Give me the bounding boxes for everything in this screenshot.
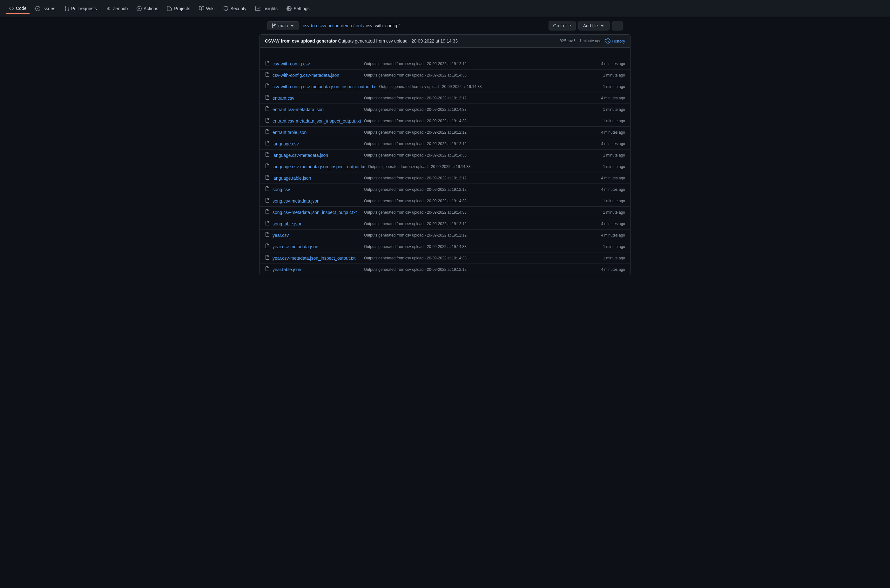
file-time: 4 minutes ago xyxy=(587,142,625,146)
file-table: .. csv-with-config.csv Outputs generated… xyxy=(260,48,630,275)
nav-code[interactable]: Code xyxy=(5,3,30,14)
file-name[interactable]: language.csv xyxy=(273,141,362,146)
history-icon xyxy=(605,38,611,44)
breadcrumb-repo[interactable]: csv-to-csvw-action-demo xyxy=(303,23,352,28)
nav-zenhub[interactable]: ✱ Zenhub xyxy=(102,3,132,14)
file-name[interactable]: year.csv xyxy=(273,233,362,238)
file-name[interactable]: csv-with-config.csv-metadata.json_inspec… xyxy=(273,84,377,89)
history-button[interactable]: History xyxy=(605,38,625,44)
file-commit: Outputs generated from csv upload - 20-0… xyxy=(364,233,584,237)
table-row[interactable]: entrant.csv Outputs generated from csv u… xyxy=(260,92,630,104)
file-icon xyxy=(265,152,270,158)
nav-issues[interactable]: Issues xyxy=(32,3,59,14)
nav-security[interactable]: Security xyxy=(219,3,250,14)
file-name[interactable]: entrant.csv xyxy=(273,96,362,100)
file-time: 4 minutes ago xyxy=(587,62,625,66)
table-row[interactable]: year.csv Outputs generated from csv uplo… xyxy=(260,230,630,241)
breadcrumb-sep-1: / xyxy=(353,23,354,28)
table-row[interactable]: language.csv-metadata.json_inspect_outpu… xyxy=(260,161,630,172)
breadcrumb-bar: main csv-to-csvw-action-demo / out / csv… xyxy=(260,17,630,34)
breadcrumb-out[interactable]: out xyxy=(356,23,362,28)
file-name[interactable]: language.csv-metadata.json xyxy=(273,153,362,158)
chevron-down-icon xyxy=(290,23,295,28)
table-row[interactable]: year.table.json Outputs generated from c… xyxy=(260,264,630,275)
file-icon xyxy=(265,72,270,78)
nav-wiki[interactable]: Wiki xyxy=(195,3,218,14)
breadcrumb-sep-3: / xyxy=(398,23,399,28)
nav-projects[interactable]: Projects xyxy=(163,3,194,14)
projects-icon xyxy=(167,6,172,11)
file-commit: Outputs generated from csv upload - 20-0… xyxy=(364,210,584,214)
file-commit: Outputs generated from csv upload - 20-0… xyxy=(379,84,584,89)
table-row[interactable]: csv-with-config.csv-metadata.json_inspec… xyxy=(260,81,630,92)
table-row[interactable]: csv-with-config.csv Outputs generated fr… xyxy=(260,58,630,69)
file-name[interactable]: year.csv-metadata.json xyxy=(273,244,362,249)
file-commit: Outputs generated from csv upload - 20-0… xyxy=(364,119,584,123)
file-icon xyxy=(265,198,270,204)
file-name[interactable]: entrant.csv-metadata.json_inspect_output… xyxy=(273,118,362,123)
commit-detail: Outputs generated from csv upload - 20-0… xyxy=(338,38,458,44)
table-row[interactable]: entrant.table.json Outputs generated fro… xyxy=(260,127,630,138)
table-row[interactable]: song.csv-metadata.json Outputs generated… xyxy=(260,195,630,207)
file-icon xyxy=(265,106,270,112)
file-time: 1 minute ago xyxy=(587,199,625,203)
file-time: 4 minutes ago xyxy=(587,267,625,272)
commit-right: 025eaa3 1 minute ago History xyxy=(560,38,625,44)
file-name[interactable]: song.csv-metadata.json_inspect_output.tx… xyxy=(273,210,362,215)
table-row[interactable]: language.csv Outputs generated from csv … xyxy=(260,138,630,150)
file-time: 1 minute ago xyxy=(587,119,625,123)
file-name[interactable]: song.csv xyxy=(273,187,362,192)
go-to-file-button[interactable]: Go to file xyxy=(549,21,576,30)
table-row[interactable]: entrant.csv-metadata.json Outputs genera… xyxy=(260,104,630,115)
table-row[interactable]: entrant.csv-metadata.json_inspect_output… xyxy=(260,115,630,127)
file-name[interactable]: song.csv-metadata.json xyxy=(273,198,362,204)
nav-insights[interactable]: Insights xyxy=(252,3,281,14)
file-icon xyxy=(265,141,270,147)
branch-name: main xyxy=(278,23,288,28)
table-row[interactable]: language.csv-metadata.json Outputs gener… xyxy=(260,150,630,161)
breadcrumb-current: csv_with_config xyxy=(366,23,397,28)
file-commit: Outputs generated from csv upload - 20-0… xyxy=(364,244,584,249)
table-row[interactable]: song.csv-metadata.json_inspect_output.tx… xyxy=(260,207,630,218)
nav-actions[interactable]: Actions xyxy=(133,3,162,14)
file-time: 1 minute ago xyxy=(587,153,625,158)
zenhub-icon: ✱ xyxy=(106,6,111,11)
table-row[interactable]: year.csv-metadata.json Outputs generated… xyxy=(260,241,630,252)
file-name[interactable]: entrant.table.json xyxy=(273,130,362,135)
nav-pull-requests[interactable]: Pull requests xyxy=(60,3,101,14)
file-commit: Outputs generated from csv upload - 20-0… xyxy=(364,176,584,180)
more-options-button[interactable]: ··· xyxy=(612,21,623,30)
table-row[interactable]: year.csv-metadata.json_inspect_output.tx… xyxy=(260,252,630,264)
add-file-button[interactable]: Add file xyxy=(578,21,610,30)
file-name[interactable]: language.csv-metadata.json_inspect_outpu… xyxy=(273,164,366,169)
file-name[interactable]: language.table.json xyxy=(273,176,362,181)
commit-hash[interactable]: 025eaa3 xyxy=(560,39,576,43)
file-icon xyxy=(265,95,270,101)
nav-issues-label: Issues xyxy=(42,6,55,11)
file-commit: Outputs generated from csv upload - 20-0… xyxy=(364,199,584,203)
table-row[interactable]: .. xyxy=(260,48,630,58)
file-name[interactable]: song.table.json xyxy=(273,221,362,226)
file-icon xyxy=(265,255,270,261)
file-icon xyxy=(265,220,270,227)
code-icon xyxy=(9,6,14,11)
more-icon: ··· xyxy=(615,23,619,28)
table-row[interactable]: csv-with-config.csv-metadata.json Output… xyxy=(260,69,630,81)
issue-icon xyxy=(35,6,41,11)
commit-bold: CSV-W from csv upload generator xyxy=(265,38,337,44)
file-name[interactable]: year.csv-metadata.json_inspect_output.tx… xyxy=(273,256,362,261)
file-name[interactable]: csv-with-config.csv-metadata.json xyxy=(273,73,362,78)
table-row[interactable]: language.table.json Outputs generated fr… xyxy=(260,172,630,184)
nav-settings[interactable]: Settings xyxy=(283,3,314,14)
file-time: 1 minute ago xyxy=(587,73,625,78)
pr-icon xyxy=(64,6,69,11)
play-icon xyxy=(137,6,142,11)
table-row[interactable]: song.table.json Outputs generated from c… xyxy=(260,218,630,230)
breadcrumb-sep-2: / xyxy=(363,23,365,28)
file-name[interactable]: entrant.csv-metadata.json xyxy=(273,107,362,112)
file-name[interactable]: year.table.json xyxy=(273,267,362,272)
table-row[interactable]: song.csv Outputs generated from csv uplo… xyxy=(260,184,630,195)
file-name[interactable]: csv-with-config.csv xyxy=(273,61,362,66)
branch-selector[interactable]: main xyxy=(267,21,299,30)
file-icon xyxy=(265,129,270,135)
